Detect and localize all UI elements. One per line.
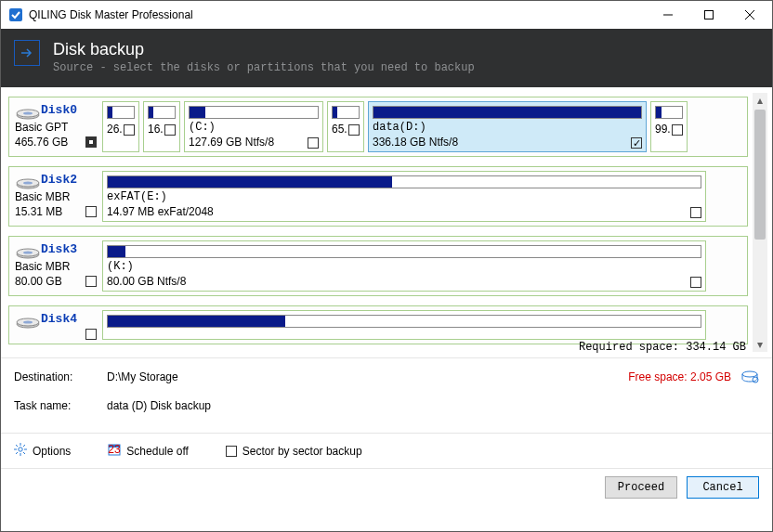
options-row: Options 23 Schedule off Sector by sector… bbox=[1, 433, 772, 468]
partition-size: 336.18 GB Ntfs/8 bbox=[373, 136, 458, 149]
disk-row: Disk3Basic MBR80.00 GB(K:)80.00 GB Ntfs/… bbox=[8, 236, 748, 296]
disk-icon bbox=[15, 173, 41, 189]
partition-checkbox[interactable] bbox=[348, 124, 360, 136]
disk-size: 465.76 GB bbox=[15, 135, 68, 149]
partition-checkbox[interactable] bbox=[308, 137, 319, 149]
usage-bar bbox=[148, 106, 176, 119]
disk-checkbox[interactable] bbox=[85, 206, 97, 217]
gear-icon bbox=[14, 443, 27, 459]
partition-label: (K:) bbox=[103, 260, 705, 273]
browse-icon[interactable] bbox=[740, 370, 759, 384]
disk-checkbox[interactable] bbox=[85, 136, 97, 148]
disk-icon bbox=[15, 312, 41, 329]
partition-size: 99. bbox=[655, 123, 671, 136]
disk-name: Disk3 bbox=[41, 242, 77, 256]
disk-head: Disk3Basic MBR80.00 GB bbox=[13, 240, 98, 292]
disk-name: Disk4 bbox=[41, 312, 77, 326]
disk-type: Basic MBR bbox=[15, 189, 98, 204]
footer: Proceed Cancel bbox=[1, 468, 772, 506]
partition-checkbox[interactable] bbox=[164, 124, 176, 136]
svg-line-26 bbox=[23, 445, 25, 447]
destination-row: Destination: D:\My Storage Free space: 2… bbox=[14, 370, 759, 384]
disk-head: Disk0Basic GPT465.76 GB bbox=[13, 101, 98, 152]
svg-point-13 bbox=[23, 251, 33, 253]
partition-checkbox[interactable] bbox=[672, 124, 683, 136]
partition-size: 127.69 GB Ntfs/8 bbox=[189, 136, 274, 149]
window-title: QILING Disk Master Professional bbox=[29, 8, 648, 21]
disk-icon bbox=[15, 242, 41, 259]
usage-bar bbox=[189, 106, 319, 119]
usage-bar bbox=[373, 106, 642, 119]
options-button[interactable]: Options bbox=[14, 443, 71, 459]
svg-point-10 bbox=[23, 181, 33, 184]
svg-point-16 bbox=[23, 320, 33, 323]
partition-checkbox[interactable] bbox=[690, 207, 701, 218]
usage-bar bbox=[107, 315, 701, 328]
scroll-down-icon[interactable]: ▾ bbox=[753, 337, 767, 352]
partition-size: 65. bbox=[332, 123, 347, 136]
partition-size: 14.97 MB exFat/2048 bbox=[107, 205, 214, 218]
usage-bar bbox=[107, 106, 135, 119]
disk-head: Disk2Basic MBR15.31 MB bbox=[13, 171, 98, 222]
disk-name: Disk2 bbox=[41, 173, 77, 187]
svg-point-19 bbox=[19, 448, 22, 451]
scroll-thumb[interactable] bbox=[754, 110, 766, 240]
minimize-button[interactable] bbox=[648, 2, 688, 28]
partition-checkbox[interactable] bbox=[631, 137, 642, 149]
titlebar: QILING Disk Master Professional bbox=[1, 1, 772, 29]
sector-checkbox[interactable]: Sector by sector backup bbox=[226, 445, 362, 458]
disk-size: 80.00 GB bbox=[15, 274, 62, 289]
partition-checkbox[interactable] bbox=[690, 277, 701, 288]
cancel-button[interactable]: Cancel bbox=[687, 476, 759, 499]
usage-bar bbox=[332, 106, 360, 119]
disk-list: Disk0Basic GPT465.76 GB26.16.(C:)127.69 … bbox=[8, 97, 748, 352]
disk-checkbox[interactable] bbox=[85, 276, 97, 287]
disk-name: Disk0 bbox=[41, 103, 77, 117]
partition[interactable] bbox=[102, 310, 706, 340]
partition-checkbox[interactable] bbox=[124, 124, 135, 136]
svg-rect-0 bbox=[9, 8, 22, 21]
disk-head: Disk4 bbox=[13, 310, 98, 340]
partition[interactable]: 65. bbox=[327, 101, 364, 152]
disk-area: Disk0Basic GPT465.76 GB26.16.(C:)127.69 … bbox=[1, 87, 772, 358]
partition[interactable]: 26. bbox=[102, 101, 139, 152]
svg-point-7 bbox=[23, 111, 33, 114]
task-label: Task name: bbox=[14, 399, 107, 412]
svg-line-24 bbox=[16, 445, 18, 447]
partition[interactable]: (C:)127.69 GB Ntfs/8 bbox=[184, 101, 323, 152]
usage-bar bbox=[107, 245, 701, 258]
app-logo-icon bbox=[8, 7, 23, 22]
header-subtitle: Source - select the disks or partitions … bbox=[53, 61, 475, 74]
disk-type: Basic MBR bbox=[15, 259, 98, 274]
scrollbar[interactable]: ▴ ▾ bbox=[753, 93, 767, 352]
schedule-button[interactable]: 23 Schedule off bbox=[108, 443, 189, 459]
partition[interactable]: 16. bbox=[143, 101, 180, 152]
scroll-up-icon[interactable]: ▴ bbox=[753, 93, 767, 108]
partition[interactable]: data(D:)336.18 GB Ntfs/8 bbox=[368, 101, 647, 152]
disk-size: 15.31 MB bbox=[15, 204, 62, 219]
partition[interactable]: exFAT(E:)14.97 MB exFat/2048 bbox=[102, 171, 706, 222]
free-space: Free space: 2.05 GB bbox=[628, 370, 731, 383]
disk-checkbox[interactable] bbox=[85, 329, 97, 340]
partition-label: exFAT(E:) bbox=[103, 190, 705, 203]
disk-row: Disk4 bbox=[8, 305, 748, 344]
usage-bar bbox=[107, 175, 701, 188]
close-button[interactable] bbox=[729, 2, 770, 28]
svg-line-25 bbox=[23, 452, 25, 454]
destination-label: Destination: bbox=[14, 370, 107, 383]
svg-line-27 bbox=[16, 452, 18, 454]
required-space: Required space: 334.14 GB bbox=[579, 341, 746, 354]
disk-type: Basic GPT bbox=[15, 120, 98, 135]
proceed-button[interactable]: Proceed bbox=[605, 476, 677, 499]
task-value[interactable]: data (D) Disk backup bbox=[107, 399, 759, 412]
header-title: Disk backup bbox=[53, 40, 475, 59]
task-row: Task name: data (D) Disk backup bbox=[14, 399, 759, 412]
maximize-button[interactable] bbox=[688, 2, 729, 28]
partition[interactable]: (K:)80.00 GB Ntfs/8 bbox=[102, 240, 706, 292]
header: Disk backup Source - select the disks or… bbox=[1, 29, 772, 87]
sector-label: Sector by sector backup bbox=[242, 445, 362, 458]
partition[interactable]: 99. bbox=[650, 101, 688, 152]
destination-value[interactable]: D:\My Storage bbox=[107, 370, 628, 383]
usage-bar bbox=[655, 106, 683, 119]
partition-size: 16. bbox=[148, 123, 164, 136]
